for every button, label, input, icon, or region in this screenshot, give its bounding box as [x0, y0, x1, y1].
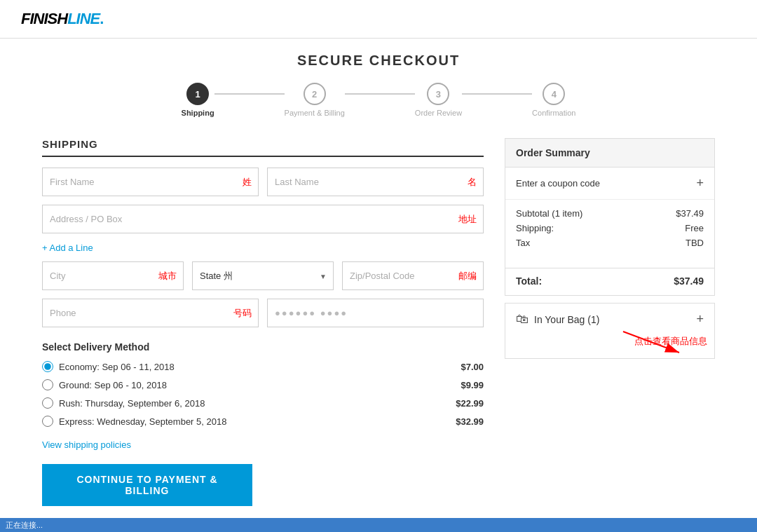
city-input[interactable] — [42, 261, 184, 290]
in-your-bag-box: 🛍 In Your Bag (1) + — [505, 303, 715, 359]
step-payment: 2 Payment & Billing — [285, 83, 345, 117]
step-order-review: 3 Order Review — [415, 83, 462, 117]
delivery-price-ground: $9.99 — [461, 380, 484, 390]
zip-field: 邮编 — [342, 261, 484, 290]
state-select[interactable]: State 州 — [192, 261, 334, 290]
first-name-input[interactable] — [42, 168, 259, 196]
delivery-option-rush: Rush: Thursday, September 6, 2018 $22.99 — [42, 397, 484, 409]
delivery-price-economy: $7.00 — [461, 362, 484, 372]
step-1-circle: 1 — [186, 83, 209, 105]
zip-input[interactable] — [342, 261, 484, 290]
logo: FINISHLINE. — [21, 10, 103, 28]
in-your-bag-left: 🛍 In Your Bag (1) — [516, 312, 599, 327]
phone-email-row: 号码 — [42, 299, 484, 327]
step-2-circle: 2 — [304, 83, 326, 105]
step-3-circle: 3 — [427, 83, 449, 105]
address-field: 地址 — [42, 205, 484, 233]
logo-finish: FINISH — [21, 10, 67, 27]
step-3-label: Order Review — [415, 109, 462, 117]
total-row: Total: $37.49 — [505, 275, 714, 295]
tax-label: Tax — [516, 238, 530, 248]
delivery-options: Economy: Sep 06 - 11, 2018 $7.00 Ground:… — [42, 361, 484, 427]
annotation-arrow-svg — [616, 328, 686, 356]
svg-line-0 — [623, 332, 679, 353]
delivery-label-ground: Ground: Sep 06 - 10, 2018 — [59, 380, 167, 390]
delivery-label-economy: Economy: Sep 06 - 11, 2018 — [59, 362, 175, 372]
delivery-option-express: Express: Wednesday, September 5, 2018 $3… — [42, 416, 484, 427]
in-your-bag-plus-icon[interactable]: + — [696, 312, 704, 327]
delivery-option-left-economy: Economy: Sep 06 - 11, 2018 — [42, 361, 175, 372]
order-summary-box: Order Summary Enter a coupon code + Subt… — [505, 138, 715, 296]
step-shipping: 1 Shipping — [182, 83, 214, 117]
delivery-option-left-ground: Ground: Sep 06 - 10, 2018 — [42, 379, 167, 390]
tax-value: TBD — [686, 238, 704, 248]
tax-row: Tax TBD — [516, 238, 704, 248]
step-line-2 — [345, 93, 415, 95]
order-sidebar: Order Summary Enter a coupon code + Subt… — [505, 138, 715, 359]
summary-rows: Subtotal (1 item) $37.49 Shipping: Free … — [505, 200, 714, 261]
step-2-label: Payment & Billing — [285, 109, 345, 117]
shipping-policies-link[interactable]: View shipping policies — [42, 439, 131, 450]
coupon-plus-icon[interactable]: + — [696, 176, 704, 191]
coupon-row[interactable]: Enter a coupon code + — [505, 168, 714, 200]
delivery-radio-express[interactable] — [42, 416, 53, 427]
delivery-label-express: Express: Wednesday, September 5, 2018 — [59, 416, 226, 427]
total-value: $37.49 — [674, 275, 704, 287]
shipping-value: Free — [685, 223, 704, 233]
header: FINISHLINE. — [0, 0, 757, 39]
in-your-bag-label: In Your Bag (1) — [534, 314, 599, 325]
name-row: 姓 名 — [42, 168, 484, 196]
shipping-section-title: SHIPPING — [42, 138, 484, 157]
logo-line: LINE — [67, 10, 100, 27]
subtotal-value: $37.49 — [676, 208, 704, 219]
step-line-3 — [462, 93, 532, 95]
delivery-label-rush: Rush: Thursday, September 6, 2018 — [59, 398, 205, 409]
delivery-option-left-rush: Rush: Thursday, September 6, 2018 — [42, 397, 205, 409]
summary-divider — [505, 268, 714, 268]
phone-input[interactable] — [42, 299, 259, 327]
delivery-radio-economy[interactable] — [42, 361, 53, 372]
coupon-label: Enter a coupon code — [516, 178, 600, 189]
shipping-form-section: SHIPPING 姓 名 地址 + Add a L — [42, 138, 484, 506]
address-row: 地址 — [42, 205, 484, 233]
annotation-area: 点击查看商品信息 — [505, 335, 714, 358]
continue-to-payment-button[interactable]: CONTINUE TO PAYMENT & BILLING — [42, 464, 252, 506]
checkout-steps: 1 Shipping 2 Payment & Billing 3 Order R… — [42, 83, 715, 117]
shipping-label: Shipping: — [516, 223, 554, 233]
last-name-field: 名 — [267, 168, 484, 196]
delivery-option-ground: Ground: Sep 06 - 10, 2018 $9.99 — [42, 379, 484, 390]
city-state-zip-row: 城市 State 州 邮编 — [42, 261, 484, 290]
order-summary-header: Order Summary — [505, 139, 714, 168]
delivery-price-rush: $22.99 — [456, 398, 484, 409]
bag-icon: 🛍 — [516, 312, 528, 327]
city-field: 城市 — [42, 261, 184, 290]
step-1-label: Shipping — [182, 109, 214, 117]
total-label: Total: — [516, 275, 542, 287]
delivery-title: Select Delivery Method — [42, 341, 484, 353]
subtotal-row: Subtotal (1 item) $37.49 — [516, 208, 704, 219]
last-name-input[interactable] — [267, 168, 484, 196]
step-4-label: Confirmation — [532, 109, 575, 117]
step-confirmation: 4 Confirmation — [532, 83, 575, 117]
add-line-link[interactable]: + Add a Line — [42, 243, 93, 253]
delivery-option-left-express: Express: Wednesday, September 5, 2018 — [42, 416, 226, 427]
delivery-option-economy: Economy: Sep 06 - 11, 2018 $7.00 — [42, 361, 484, 372]
shipping-row: Shipping: Free — [516, 223, 704, 233]
main-content: SECURE CHECKOUT 1 Shipping 2 Payment & B… — [28, 39, 729, 532]
step-4-circle: 4 — [543, 83, 565, 105]
subtotal-label: Subtotal (1 item) — [516, 208, 582, 219]
email-input[interactable] — [267, 299, 484, 327]
logo-dot: . — [100, 10, 103, 27]
delivery-radio-ground[interactable] — [42, 379, 53, 390]
address-input[interactable] — [42, 205, 484, 233]
status-bar: 正在连接... — [0, 518, 757, 532]
email-field — [267, 299, 484, 327]
delivery-radio-rush[interactable] — [42, 397, 53, 409]
delivery-price-express: $32.99 — [456, 416, 484, 427]
state-field: State 州 — [192, 261, 334, 290]
checkout-layout: SHIPPING 姓 名 地址 + Add a L — [42, 138, 715, 506]
page-title: SECURE CHECKOUT — [42, 53, 715, 69]
status-text: 正在连接... — [6, 520, 43, 531]
step-line-1 — [214, 93, 285, 95]
first-name-field: 姓 — [42, 168, 259, 196]
